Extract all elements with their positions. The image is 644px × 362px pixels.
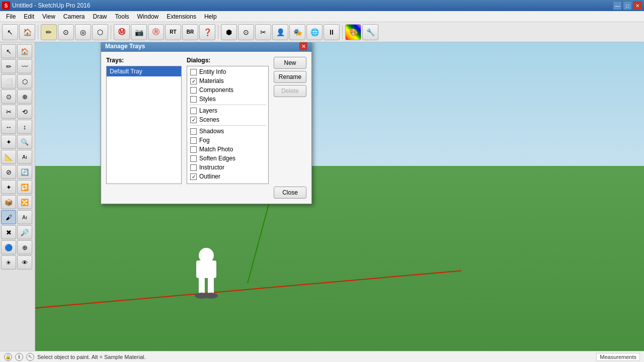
tool-eraser[interactable]: ✂: [1, 105, 16, 119]
window-close-button[interactable]: ✕: [633, 1, 642, 10]
tool-zoom[interactable]: 🔎: [17, 225, 32, 239]
tool-component[interactable]: 🏠: [17, 44, 32, 58]
tool-zoom-extents[interactable]: ⊕: [17, 240, 32, 254]
rename-tray-button[interactable]: Rename: [274, 71, 306, 83]
tool-pencil[interactable]: ✏: [1, 59, 16, 73]
tool-3d-text[interactable]: Aı: [17, 210, 32, 224]
window-title: Untitled - SketchUp Pro 2016: [12, 2, 90, 9]
toolbar-btn-sym[interactable]: ⊙: [238, 24, 254, 40]
checkbox-soften-edges[interactable]: [190, 155, 197, 162]
dialog-item-styles[interactable]: Styles: [187, 95, 268, 104]
tool-solid[interactable]: 📦: [1, 195, 16, 209]
checkbox-materials[interactable]: [190, 78, 197, 84]
checkbox-shadows[interactable]: [190, 128, 197, 135]
tool-zoom-window[interactable]: 🔵: [1, 240, 16, 254]
checkbox-entity-info[interactable]: [190, 69, 197, 75]
tool-orbit[interactable]: ⊙: [1, 89, 16, 104]
tool-scale[interactable]: ↔: [1, 120, 16, 134]
menu-file[interactable]: File: [2, 12, 20, 21]
toolbar-btn-orbit[interactable]: ⊙: [58, 24, 74, 40]
tool-sandbox[interactable]: 🔀: [17, 195, 32, 209]
toolbar-btn-user[interactable]: 👤: [272, 24, 288, 40]
minimize-button[interactable]: —: [613, 1, 622, 10]
tool-rectangle[interactable]: ⬜: [1, 74, 16, 88]
dialog-item-match-photo[interactable]: Match Photo: [187, 145, 268, 154]
tool-mirror[interactable]: 🔁: [17, 180, 32, 194]
checkbox-components[interactable]: [190, 87, 197, 94]
tool-rotate-view[interactable]: 🔄: [17, 165, 32, 179]
tool-arc[interactable]: 〰: [17, 59, 32, 73]
tool-paint[interactable]: 🖌: [1, 210, 16, 224]
toolbar-btn-su[interactable]: ⬢: [221, 24, 237, 40]
toolbar-btn-rt[interactable]: RT: [165, 24, 181, 40]
tool-look-around[interactable]: 👁: [17, 255, 32, 269]
checkbox-instructor[interactable]: [190, 164, 197, 171]
toolbar-btn-cut[interactable]: ✂: [255, 24, 271, 40]
toolbar-btn-r[interactable]: Ⓡ: [148, 24, 164, 40]
tool-tape[interactable]: 📐: [1, 150, 16, 164]
checkbox-match-photo[interactable]: [190, 146, 197, 153]
toolbar-btn-help[interactable]: ❓: [199, 24, 215, 40]
tool-text[interactable]: Aı: [17, 150, 32, 164]
dialog-item-scenes[interactable]: Scenes: [187, 115, 268, 124]
dialog-item-soften-edges[interactable]: Soften Edges: [187, 154, 268, 163]
menu-view[interactable]: View: [38, 12, 59, 21]
menu-extensions[interactable]: Extensions: [163, 12, 200, 21]
toolbar-btn-m[interactable]: Ⓜ: [114, 24, 130, 40]
checkbox-layers[interactable]: [190, 108, 197, 114]
tool-follow-me[interactable]: 🔍: [17, 135, 32, 149]
tool-push-pull[interactable]: ✦: [1, 135, 16, 149]
toolbar-btn-obj[interactable]: 🎭: [289, 24, 305, 40]
tool-polygon[interactable]: ⬡: [17, 74, 32, 88]
dialog-item-materials[interactable]: Materials: [187, 76, 268, 85]
toolbar-btn-component[interactable]: 🏠: [19, 24, 35, 40]
toolbar-btn-settings[interactable]: 🔧: [362, 24, 378, 40]
new-tray-button[interactable]: New: [274, 57, 306, 69]
dialog-item-layers[interactable]: Layers: [187, 106, 268, 115]
dialog-item-components[interactable]: Components: [187, 85, 268, 95]
menu-window[interactable]: Window: [133, 12, 163, 21]
tool-row-9: ⊘ 🔄: [1, 165, 34, 179]
tool-select[interactable]: ↖: [1, 44, 16, 58]
toolbar-btn-pause[interactable]: ⏸: [324, 24, 340, 40]
checkbox-styles[interactable]: [190, 96, 197, 103]
checkbox-outliner[interactable]: [190, 173, 197, 180]
checkbox-fog[interactable]: [190, 137, 197, 144]
toolbar-btn-hex[interactable]: ⬡: [92, 24, 108, 40]
toolbar-btn-br[interactable]: BR: [182, 24, 198, 40]
trays-list[interactable]: Default Tray: [106, 66, 182, 184]
checkbox-scenes[interactable]: [190, 117, 197, 123]
tool-row-7: ✦ 🔍: [1, 135, 34, 149]
tool-rotate[interactable]: ⟲: [17, 105, 32, 119]
toolbar-btn-color[interactable]: 🎨: [345, 24, 361, 40]
menu-camera[interactable]: Camera: [59, 12, 89, 21]
menu-edit[interactable]: Edit: [20, 12, 38, 21]
menu-tools[interactable]: Tools: [111, 12, 133, 21]
toolbar-btn-globe[interactable]: 🌐: [306, 24, 323, 40]
dialog-item-label: Layers: [199, 107, 217, 114]
dialog-item-shadows[interactable]: Shadows: [187, 127, 268, 136]
delete-tray-button[interactable]: Delete: [274, 85, 306, 97]
tool-section[interactable]: ✖: [1, 225, 16, 239]
dialog-item-entity-info[interactable]: Entity Info: [187, 67, 268, 76]
tool-axes[interactable]: ✦: [1, 180, 16, 194]
tray-item-default[interactable]: Default Tray: [107, 66, 181, 76]
dialog-close-icon[interactable]: ✕: [299, 42, 307, 50]
tool-walk[interactable]: ☀: [1, 255, 16, 269]
toolbar-btn-cam[interactable]: 📷: [131, 24, 147, 40]
dialog-item-instructor[interactable]: Instructor: [187, 163, 268, 172]
menu-help[interactable]: Help: [200, 12, 221, 21]
title-bar-controls[interactable]: — □ ✕: [613, 1, 642, 10]
toolbar-btn-rect[interactable]: ◎: [75, 24, 91, 40]
tool-offset[interactable]: ⊕: [17, 89, 32, 104]
close-dialog-button[interactable]: Close: [274, 187, 306, 199]
toolbar-btn-push[interactable]: ✏: [41, 24, 57, 40]
maximize-button[interactable]: □: [623, 1, 632, 10]
dialog-item-outliner[interactable]: Outliner: [187, 172, 268, 181]
tool-move[interactable]: ↕: [17, 120, 32, 134]
tool-dimension[interactable]: ⊘: [1, 165, 16, 179]
toolbar-btn-select[interactable]: ↖: [2, 24, 18, 40]
dialog-item-fog[interactable]: Fog: [187, 136, 268, 145]
toolbar-sep-2: [111, 25, 111, 39]
menu-draw[interactable]: Draw: [89, 12, 111, 21]
